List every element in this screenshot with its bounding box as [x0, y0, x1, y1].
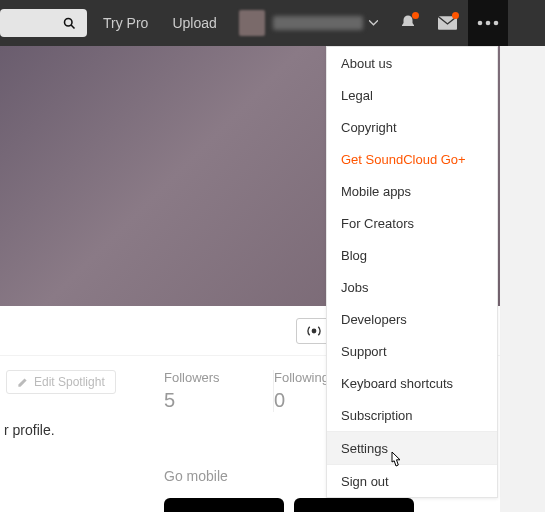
avatar: [239, 10, 265, 36]
menu-item-settings[interactable]: Settings: [327, 432, 497, 464]
notification-badge: [412, 12, 419, 19]
menu-item-copyright[interactable]: Copyright: [327, 111, 497, 143]
svg-point-6: [312, 329, 315, 332]
svg-point-4: [485, 21, 490, 26]
messages-button[interactable]: [428, 0, 468, 46]
menu-item-get-soundcloud-go[interactable]: Get SoundCloud Go+: [327, 143, 497, 175]
svg-point-0: [65, 18, 73, 26]
svg-point-3: [477, 21, 482, 26]
menu-item-developers[interactable]: Developers: [327, 303, 497, 335]
search-input[interactable]: [0, 9, 87, 37]
menu-item-support[interactable]: Support: [327, 335, 497, 367]
edit-spotlight-button[interactable]: Edit Spotlight: [6, 370, 116, 394]
nav-try-pro[interactable]: Try Pro: [91, 15, 160, 31]
svg-point-5: [493, 21, 498, 26]
menu-item-legal[interactable]: Legal: [327, 79, 497, 111]
messages-badge: [452, 12, 459, 19]
page-gutter: [500, 46, 545, 512]
menu-item-sign-out[interactable]: Sign out: [327, 465, 497, 497]
menu-item-mobile-apps[interactable]: Mobile apps: [327, 175, 497, 207]
menu-item-for-creators[interactable]: For Creators: [327, 207, 497, 239]
chevron-down-icon: [369, 20, 378, 26]
menu-item-about-us[interactable]: About us: [327, 47, 497, 79]
pencil-icon: [17, 377, 28, 388]
topbar: Try Pro Upload: [0, 0, 545, 46]
menu-item-subscription[interactable]: Subscription: [327, 399, 497, 431]
nav-upload[interactable]: Upload: [160, 15, 228, 31]
menu-item-jobs[interactable]: Jobs: [327, 271, 497, 303]
stat-followers-label: Followers: [164, 370, 273, 385]
menu-item-blog[interactable]: Blog: [327, 239, 497, 271]
stat-followers[interactable]: Followers 5: [164, 370, 274, 412]
app-store-badge[interactable]: [164, 498, 284, 512]
google-play-badge[interactable]: [294, 498, 414, 512]
notifications-button[interactable]: [388, 0, 428, 46]
user-menu[interactable]: [229, 0, 388, 46]
menu-item-keyboard-shortcuts[interactable]: Keyboard shortcuts: [327, 367, 497, 399]
more-menu-button[interactable]: [468, 0, 508, 46]
edit-spotlight-label: Edit Spotlight: [34, 375, 105, 389]
ellipsis-icon: [477, 20, 499, 26]
station-icon: [307, 325, 321, 337]
svg-line-1: [71, 25, 74, 28]
stat-followers-value: 5: [164, 389, 273, 412]
user-name: [273, 16, 363, 30]
profile-hint: r profile.: [0, 422, 160, 438]
more-menu: About usLegalCopyrightGet SoundCloud Go+…: [326, 46, 498, 498]
search-icon: [62, 16, 77, 31]
